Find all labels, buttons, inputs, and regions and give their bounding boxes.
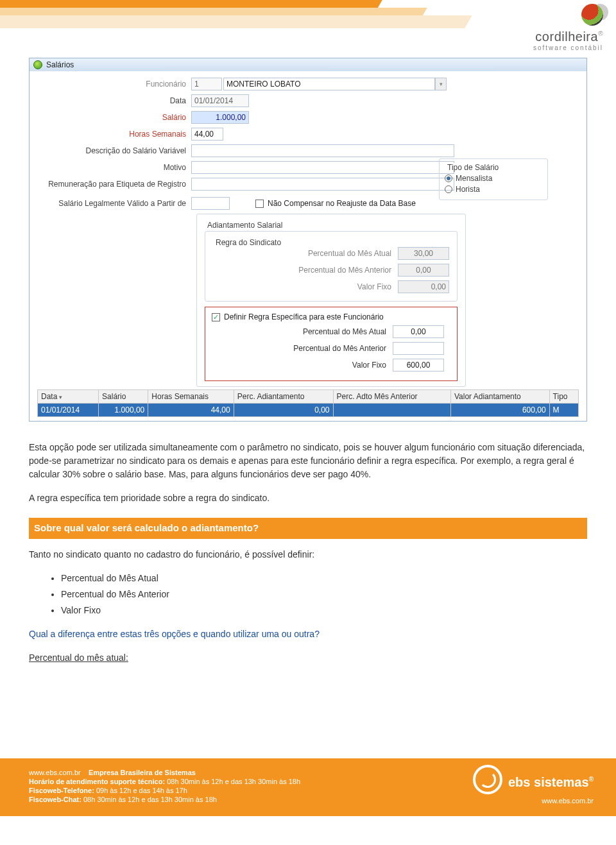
col-tipo[interactable]: Tipo [549, 390, 578, 404]
col-perc-adto-ant[interactable]: Perc. Adto Mês Anterior [333, 390, 450, 404]
mensalista-radio[interactable] [445, 175, 452, 182]
cell-tipo: M [549, 404, 578, 417]
footer-l2-value: 09h às 12h e das 14h às 17h [96, 787, 187, 794]
adiantamento-legend: Adiantamento Salarial [205, 221, 285, 230]
swirl-icon [473, 765, 502, 794]
paragraph-2: A regra específica tem prioridade sobre … [29, 491, 587, 505]
salarios-window: Salários Funcionário ▾ Data Salário Hora… [29, 58, 587, 422]
label-pma-spec: Percentual do Mês Atual [303, 327, 386, 336]
document-body: Esta opção pode ser utilizada simultanea… [29, 441, 587, 665]
col-data[interactable]: Data [38, 390, 99, 404]
pmant-spec-input[interactable] [393, 342, 444, 355]
regra-sindicato-legend: Regra do Sindicato [213, 238, 284, 247]
funcionario-code-input[interactable] [191, 78, 222, 90]
data-input[interactable] [191, 94, 249, 107]
subsection-underlined: Percentual do mês atual: [29, 653, 128, 663]
horista-radio[interactable] [445, 185, 452, 193]
label-nao-compensar: Não Compensar no Reajuste da Data Base [268, 199, 416, 208]
regra-especifica-box: ✓ Definir Regra Específica para este Fun… [205, 307, 458, 381]
label-vfixo-sind: Valor Fixo [357, 282, 391, 291]
window-title: Salários [46, 60, 74, 69]
label-funcionario: Funcionário [37, 80, 191, 89]
footer-url: www.ebs.com.br [29, 769, 81, 776]
question-text: Qual a diferença entre estas três opções… [29, 627, 587, 641]
app-icon [33, 60, 42, 69]
cell-data: 01/01/2014 [38, 404, 99, 417]
col-horas[interactable]: Horas Semanais [148, 390, 234, 404]
col-salario[interactable]: Salário [99, 390, 148, 404]
regra-especifica-checkbox[interactable]: ✓ [212, 313, 220, 321]
cell-perc-adto-ant [333, 404, 450, 417]
footer-l1-label: Horário de atendimento suporte técnico: [29, 778, 165, 785]
tipo-salario-group: Tipo de Salário Mensalista Horista [439, 158, 548, 200]
salarios-table: Data Salário Horas Semanais Perc. Adiant… [37, 389, 579, 417]
pma-spec-input[interactable] [393, 325, 444, 338]
label-pmant-spec: Percentual do Mês Anterior [293, 344, 386, 353]
label-data: Data [37, 96, 191, 105]
label-mensalista: Mensalista [456, 174, 492, 183]
funcionario-dropdown-button[interactable]: ▾ [435, 78, 447, 90]
vfixo-sind-input [398, 280, 449, 293]
footer-l1-value: 08h 30min às 12h e das 13h 30min às 18h [167, 778, 300, 785]
table-header-row: Data Salário Horas Semanais Perc. Adiant… [38, 390, 579, 404]
bullet-list: Percentual do Mês Atual Percentual do Mê… [61, 572, 587, 617]
footer-brand-url: www.ebs.com.br [473, 797, 594, 805]
label-horas: Horas Semanais [37, 130, 191, 139]
label-salario: Salário [37, 113, 191, 122]
regra-sindicato-fieldset: Regra do Sindicato Percentual do Mês Atu… [205, 231, 458, 302]
cell-horas: 44,00 [148, 404, 234, 417]
cell-perc-adto: 0,00 [234, 404, 333, 417]
sal-legal-input[interactable] [191, 197, 230, 210]
label-remun-registro: Remuneração para Etiqueta de Registro [37, 180, 191, 189]
footer-brand-logo: ebs sistemas® www.ebs.com.br [473, 765, 594, 805]
footer-l3-label: Fiscoweb-Chat: [29, 796, 81, 803]
window-titlebar: Salários [30, 58, 586, 71]
col-valor-adto[interactable]: Valor Adiantamento [450, 390, 549, 404]
col-perc-adto[interactable]: Perc. Adiantamento [234, 390, 333, 404]
logo-icon [581, 4, 603, 26]
footer-l2-label: Fiscoweb-Telefone: [29, 787, 94, 794]
footer-company: Empresa Brasileira de Sistemas [89, 769, 196, 776]
motivo-input[interactable] [191, 161, 454, 174]
section-heading: Sobre qual valor será calculado o adiant… [29, 518, 587, 539]
label-sal-legal: Salário Legalmente Válido a Partir de [37, 199, 191, 208]
salario-input[interactable] [191, 111, 249, 124]
nao-compensar-checkbox[interactable] [255, 200, 264, 208]
list-item: Percentual do Mês Anterior [61, 588, 587, 601]
pma-sind-input [398, 247, 449, 260]
pmant-sind-input [398, 264, 449, 277]
list-item: Valor Fixo [61, 604, 587, 617]
label-regra-especifica: Definir Regra Específica para este Funci… [224, 312, 384, 321]
desc-variavel-input[interactable] [191, 144, 454, 157]
logo-text: cordilheira [535, 30, 598, 44]
label-vfixo-spec: Valor Fixo [352, 361, 386, 370]
label-pmant-sind: Percentual do Mês Anterior [298, 266, 391, 275]
brand-logo: cordilheira® software contábil [533, 4, 603, 51]
page-footer: www.ebs.com.br Empresa Brasileira de Sis… [0, 758, 616, 816]
cell-salario: 1.000,00 [99, 404, 148, 417]
paragraph-3: Tanto no sindicato quanto no cadastro do… [29, 548, 587, 561]
cell-valor-adto: 600,00 [450, 404, 549, 417]
footer-brand-name: ebs sistemas [508, 775, 589, 789]
vfixo-spec-input[interactable] [393, 359, 444, 371]
paragraph-1: Esta opção pode ser utilizada simultanea… [29, 441, 587, 481]
label-horista: Horista [456, 185, 480, 194]
label-pma-sind: Percentual do Mês Atual [308, 249, 391, 258]
footer-l3-value: 08h 30min às 12h e das 13h 30min às 18h [83, 796, 217, 803]
horas-input[interactable] [191, 128, 223, 141]
logo-subtitle: software contábil [533, 44, 603, 51]
funcionario-name-input[interactable] [223, 78, 435, 90]
remun-registro-input[interactable] [191, 178, 454, 191]
list-item: Percentual do Mês Atual [61, 572, 587, 585]
table-row[interactable]: 01/01/2014 1.000,00 44,00 0,00 600,00 M [38, 404, 579, 417]
label-desc-variavel: Descrição do Salário Variável [37, 146, 191, 155]
label-motivo: Motivo [37, 163, 191, 172]
adiantamento-fieldset: Adiantamento Salarial Regra do Sindicato… [196, 214, 466, 387]
tipo-salario-legend: Tipo de Salário [445, 163, 501, 172]
